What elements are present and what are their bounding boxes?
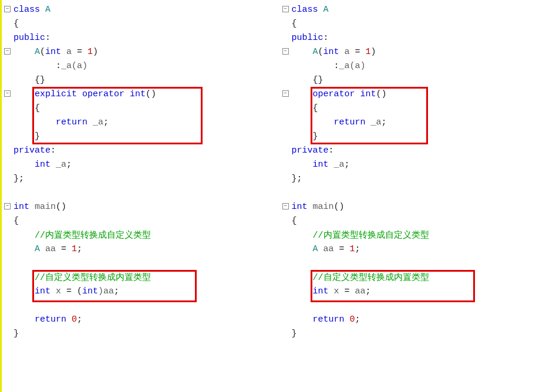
fold-minus-icon[interactable]: − xyxy=(282,48,289,55)
kw-int: int xyxy=(292,202,308,212)
num: 1 xyxy=(366,47,371,57)
num: 0 xyxy=(66,315,77,325)
num: 0 xyxy=(345,315,355,325)
member: _a xyxy=(50,160,66,170)
brace: {} xyxy=(292,75,323,85)
fold-minus-icon[interactable]: − xyxy=(4,6,11,12)
kw-return: return xyxy=(292,315,345,325)
code-line: private: xyxy=(292,143,547,157)
highlight-box xyxy=(32,87,203,144)
brace: {} xyxy=(14,75,45,85)
kw-class: class xyxy=(14,5,40,15)
comment: //内置类型转换成自定义类型 xyxy=(14,229,151,241)
blank-line xyxy=(292,256,547,270)
semi: ; xyxy=(355,244,360,254)
eq: = xyxy=(355,47,366,57)
fold-minus-icon[interactable]: − xyxy=(4,48,11,55)
fold-minus-icon[interactable]: − xyxy=(282,90,289,97)
highlight-box xyxy=(32,270,197,302)
code-line: − A(int a = 1) xyxy=(14,45,268,59)
member: _a xyxy=(61,61,72,71)
colon: : xyxy=(292,61,339,71)
blank-line xyxy=(14,256,268,270)
code-line: − A(int a = 1) xyxy=(292,45,547,59)
param: a xyxy=(61,47,77,57)
kw-int: int xyxy=(323,47,339,57)
code-line: − int main() xyxy=(14,200,268,214)
semi: ; xyxy=(77,315,82,325)
num: 1 xyxy=(72,244,77,254)
cls-name: A xyxy=(318,5,329,15)
kw-public: public xyxy=(292,33,323,43)
semi: ; xyxy=(77,244,82,254)
cls-name: A xyxy=(40,5,50,15)
kw-int: int xyxy=(14,202,29,212)
brace: }; xyxy=(14,174,24,184)
comment: //内置类型转换成自定义类型 xyxy=(292,229,429,241)
highlight-box xyxy=(311,87,428,144)
eq: = xyxy=(339,244,350,254)
kw-int: int xyxy=(45,47,61,57)
brace: { xyxy=(14,19,19,29)
brace: } xyxy=(292,329,297,339)
brace: { xyxy=(14,216,19,226)
eq: = xyxy=(77,47,87,57)
code-line: − class A xyxy=(292,2,547,16)
colon: : xyxy=(329,146,334,156)
colon: : xyxy=(323,33,329,43)
blank-line xyxy=(292,185,547,200)
kw-return: return xyxy=(14,315,66,325)
semi: ; xyxy=(345,160,350,170)
kw-private: private xyxy=(14,146,50,156)
code-line: private: xyxy=(14,143,268,157)
cls-name: A xyxy=(14,244,40,254)
semi: ; xyxy=(355,315,360,325)
colon: : xyxy=(50,146,56,156)
code-line: { xyxy=(292,16,547,31)
fold-minus-icon[interactable]: − xyxy=(4,203,11,209)
code-line: } xyxy=(14,326,268,340)
code-line: return 0; xyxy=(292,312,547,326)
code-line: } xyxy=(292,326,547,340)
fold-minus-icon[interactable]: − xyxy=(4,90,11,97)
code-line: {} xyxy=(14,73,268,87)
code-line: }; xyxy=(292,171,547,185)
colon: : xyxy=(14,61,61,71)
paren: () xyxy=(56,202,66,212)
ctor-name: A xyxy=(14,47,40,57)
brace: }; xyxy=(292,174,302,184)
paren: (a) xyxy=(72,61,87,71)
code-line: { xyxy=(14,16,268,31)
code-line: public: xyxy=(292,31,547,45)
code-line: A aa = 1; xyxy=(14,242,268,256)
code-line: int _a; xyxy=(292,157,547,171)
kw-int: int xyxy=(292,160,329,170)
ctor-name: A xyxy=(292,47,318,57)
kw-class: class xyxy=(292,5,318,15)
code-line: int _a; xyxy=(14,157,268,171)
semi: ; xyxy=(66,160,72,170)
colon: : xyxy=(45,33,50,43)
code-line: { xyxy=(14,214,268,228)
paren: ) xyxy=(371,47,376,57)
highlight-box xyxy=(311,270,475,302)
code-line: A aa = 1; xyxy=(292,242,547,256)
brace: } xyxy=(14,329,19,339)
kw-int: int xyxy=(14,160,50,170)
member: _a xyxy=(329,160,345,170)
code-line: − class A xyxy=(14,2,268,16)
code-line: return 0; xyxy=(14,312,268,326)
code-line: //内置类型转换成自定义类型 xyxy=(292,228,547,242)
var: aa xyxy=(318,244,339,254)
fold-minus-icon[interactable]: − xyxy=(282,6,289,12)
paren: ( xyxy=(40,47,45,57)
code-pane-right: − class A { public: − A(int a = 1) :_a(a… xyxy=(280,0,547,392)
brace: { xyxy=(292,216,297,226)
fold-minus-icon[interactable]: − xyxy=(282,203,289,209)
paren: ) xyxy=(93,47,98,57)
fn-main: main xyxy=(29,202,56,212)
paren: (a) xyxy=(350,61,366,71)
kw-private: private xyxy=(292,146,329,156)
eq: = xyxy=(61,244,72,254)
paren: ( xyxy=(318,47,323,57)
